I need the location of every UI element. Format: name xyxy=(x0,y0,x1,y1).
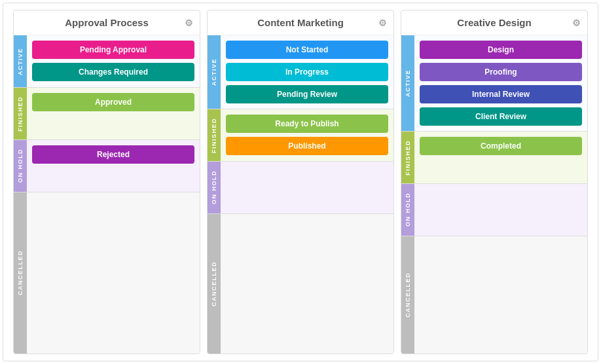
badge-internal-review[interactable]: Internal Review xyxy=(420,85,582,103)
badge-proofing[interactable]: Proofing xyxy=(420,63,582,81)
section-cancelled-approval-process: CANCELLED xyxy=(14,192,200,354)
section-label-active: ACTIVE xyxy=(208,35,221,109)
section-active-creative-design: ACTIVEDesignProofingInternal ReviewClien… xyxy=(401,35,587,132)
section-label-finished: FINISHED xyxy=(14,88,27,139)
badge-ready-to-publish[interactable]: Ready to Publish xyxy=(226,115,388,133)
badge-not-started[interactable]: Not Started xyxy=(226,41,388,59)
badge-approved[interactable]: Approved xyxy=(32,93,194,111)
section-label-on-hold: ON HOLD xyxy=(14,140,27,192)
badge-client-review[interactable]: Client Review xyxy=(420,107,582,126)
section-content-on-hold: Rejected xyxy=(27,140,200,192)
column-content-marketing: Content Marketing⚙ACTIVENot StartedIn Pr… xyxy=(207,10,394,354)
section-finished-creative-design: FINISHEDCompleted xyxy=(401,132,587,184)
column-body-content-marketing: ACTIVENot StartedIn ProgressPending Revi… xyxy=(208,35,393,354)
section-active-approval-process: ACTIVEPending ApprovalChanges Required xyxy=(14,35,200,88)
badge-in-progress[interactable]: In Progress xyxy=(226,63,388,81)
section-finished-approval-process: FINISHEDApproved xyxy=(14,88,200,140)
gear-icon-approval-process[interactable]: ⚙ xyxy=(185,18,193,28)
section-content-on-hold xyxy=(221,162,393,213)
column-title-content-marketing: Content Marketing xyxy=(257,17,344,28)
section-cancelled-creative-design: CANCELLED xyxy=(401,236,587,354)
kanban-board: Approval Process⚙ACTIVEPending ApprovalC… xyxy=(3,3,598,361)
section-label-cancelled: CANCELLED xyxy=(208,214,221,354)
badge-changes-required[interactable]: Changes Required xyxy=(32,63,194,81)
section-content-active: Not StartedIn ProgressPending Review xyxy=(221,35,393,109)
section-content-on-hold xyxy=(414,184,587,236)
column-body-creative-design: ACTIVEDesignProofingInternal ReviewClien… xyxy=(401,35,587,354)
column-title-creative-design: Creative Design xyxy=(457,17,531,28)
column-header-creative-design: Creative Design⚙ xyxy=(401,10,587,35)
section-finished-content-marketing: FINISHEDReady to PublishPublished xyxy=(208,109,393,162)
badge-pending-approval[interactable]: Pending Approval xyxy=(32,41,194,59)
section-content-active: Pending ApprovalChanges Required xyxy=(27,35,200,87)
section-content-finished: Ready to PublishPublished xyxy=(221,109,393,161)
column-header-content-marketing: Content Marketing⚙ xyxy=(208,10,393,35)
column-approval-process: Approval Process⚙ACTIVEPending ApprovalC… xyxy=(13,10,200,354)
section-on-hold-approval-process: ON HOLDRejected xyxy=(14,140,200,192)
section-label-active: ACTIVE xyxy=(14,35,27,87)
section-content-cancelled xyxy=(221,214,393,354)
section-label-active: ACTIVE xyxy=(401,35,414,131)
section-label-finished: FINISHED xyxy=(208,109,221,161)
badge-pending-review[interactable]: Pending Review xyxy=(226,85,388,103)
section-label-finished: FINISHED xyxy=(401,132,414,183)
gear-icon-content-marketing[interactable]: ⚙ xyxy=(378,18,387,28)
section-content-cancelled xyxy=(27,192,200,354)
section-content-cancelled xyxy=(414,236,587,354)
section-cancelled-content-marketing: CANCELLED xyxy=(208,214,393,354)
badge-rejected[interactable]: Rejected xyxy=(32,145,194,164)
section-content-finished: Completed xyxy=(414,132,587,183)
section-on-hold-content-marketing: ON HOLD xyxy=(208,162,393,214)
section-content-active: DesignProofingInternal ReviewClient Revi… xyxy=(414,35,587,131)
section-active-content-marketing: ACTIVENot StartedIn ProgressPending Revi… xyxy=(208,35,393,109)
badge-design[interactable]: Design xyxy=(420,41,582,59)
column-title-approval-process: Approval Process xyxy=(65,17,149,28)
gear-icon-creative-design[interactable]: ⚙ xyxy=(572,18,581,28)
section-label-cancelled: CANCELLED xyxy=(14,192,27,354)
section-content-finished: Approved xyxy=(27,88,200,139)
badge-published[interactable]: Published xyxy=(226,137,388,155)
section-label-cancelled: CANCELLED xyxy=(401,236,414,354)
badge-completed[interactable]: Completed xyxy=(420,137,582,155)
section-label-on-hold: ON HOLD xyxy=(401,184,414,236)
column-body-approval-process: ACTIVEPending ApprovalChanges RequiredFI… xyxy=(14,35,200,354)
column-header-approval-process: Approval Process⚙ xyxy=(14,10,200,35)
section-on-hold-creative-design: ON HOLD xyxy=(401,184,587,236)
section-label-on-hold: ON HOLD xyxy=(208,162,221,213)
column-creative-design: Creative Design⚙ACTIVEDesignProofingInte… xyxy=(401,10,588,354)
